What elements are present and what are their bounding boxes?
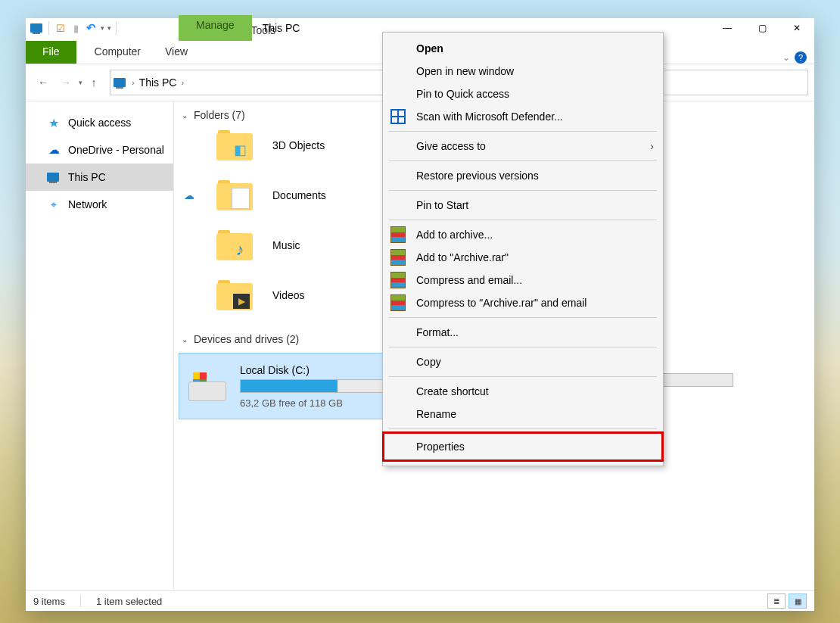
this-pc-icon xyxy=(114,78,126,87)
ctx-label: Add to archive... xyxy=(416,229,493,241)
ctx-label: Give access to xyxy=(416,140,486,152)
undo-control[interactable]: ↶ ▾ xyxy=(84,21,104,35)
ctx-compress-email[interactable]: Compress and email... xyxy=(383,269,663,291)
ctx-create-shortcut[interactable]: Create shortcut xyxy=(383,380,663,403)
folder-icon: ▶ xyxy=(216,280,253,310)
customize-qat-icon[interactable]: ▾ xyxy=(107,24,111,32)
sidebar-item-label: Network xyxy=(68,198,107,210)
tiles-view-button[interactable]: ▦ xyxy=(789,593,807,609)
separator xyxy=(389,160,657,161)
section-title: Folders (7) xyxy=(194,109,245,121)
ctx-add-archive[interactable]: Add to archive... xyxy=(383,223,663,246)
ctx-restore-versions[interactable]: Restore previous versions xyxy=(383,164,663,187)
folder-label: Documents xyxy=(272,189,326,201)
chevron-down-icon: ⌄ xyxy=(182,111,188,120)
minimize-button[interactable]: — xyxy=(710,18,745,38)
cloud-sync-icon: ☁ xyxy=(182,189,197,201)
tab-view[interactable]: View xyxy=(153,41,200,64)
tab-file[interactable]: File xyxy=(26,41,76,64)
close-button[interactable]: ✕ xyxy=(779,18,814,38)
network-icon: ⌖ xyxy=(47,198,61,211)
tab-computer[interactable]: Computer xyxy=(82,41,153,64)
ctx-label: Compress and email... xyxy=(416,274,522,286)
forward-button[interactable]: → xyxy=(54,71,77,94)
winrar-icon xyxy=(390,295,406,310)
ribbon-right: ⌄ ? xyxy=(782,51,814,64)
ctx-pin-start[interactable]: Pin to Start xyxy=(383,194,663,216)
folder-label: Videos xyxy=(272,289,305,301)
separator xyxy=(80,595,81,607)
ctx-add-to-rar[interactable]: Add to "Archive.rar" xyxy=(383,246,663,269)
sidebar-item-quick-access[interactable]: ★ Quick access xyxy=(26,109,173,136)
folder-icon: ◧ xyxy=(216,130,253,160)
chevron-down-icon: ▾ xyxy=(101,24,104,32)
folder-icon xyxy=(216,180,253,210)
separator xyxy=(389,317,657,318)
navigation-pane: ★ Quick access ☁ OneDrive - Personal Thi… xyxy=(26,101,174,590)
contextual-tab-group: Manage xyxy=(179,18,252,38)
details-view-button[interactable]: ≣ xyxy=(767,593,786,609)
sidebar-item-label: OneDrive - Personal xyxy=(68,144,164,156)
separator xyxy=(389,347,657,347)
separator xyxy=(389,131,657,132)
folder-label: Music xyxy=(272,239,300,251)
window-title: This PC xyxy=(263,22,300,34)
quick-access-toolbar: ☑ ▮ ↶ ▾ ▾ xyxy=(26,21,124,35)
ctx-give-access[interactable]: Give access to › xyxy=(383,135,663,157)
sidebar-item-label: Quick access xyxy=(68,117,131,129)
chevron-right-icon[interactable]: › xyxy=(129,78,138,87)
sidebar-item-this-pc[interactable]: This PC xyxy=(26,164,173,191)
sidebar-item-onedrive[interactable]: ☁ OneDrive - Personal xyxy=(26,136,173,164)
folder-label: 3D Objects xyxy=(272,139,325,151)
ctx-pin-quick-access[interactable]: Pin to Quick access xyxy=(383,83,663,105)
chevron-down-icon: ⌄ xyxy=(182,335,188,344)
status-bar: 9 items 1 item selected ≣ ▦ xyxy=(26,590,814,611)
folder-icon: ♪ xyxy=(216,230,253,260)
separator xyxy=(389,376,657,377)
separator xyxy=(389,190,657,191)
drive-icon xyxy=(185,368,228,404)
collapse-ribbon-icon[interactable]: ⌄ xyxy=(782,52,790,63)
window-controls: — ▢ ✕ xyxy=(710,18,814,38)
ctx-format[interactable]: Format... xyxy=(383,321,663,344)
chevron-right-icon[interactable]: › xyxy=(178,78,187,87)
status-selected-count: 1 item selected xyxy=(96,596,162,607)
ctx-open-new-window[interactable]: Open in new window xyxy=(383,60,663,83)
ctx-properties[interactable]: Properties xyxy=(383,432,663,461)
sidebar-item-label: This PC xyxy=(68,171,106,183)
up-button[interactable]: ↑ xyxy=(82,71,105,94)
ctx-scan-defender[interactable]: Scan with Microsoft Defender... xyxy=(383,105,663,128)
this-pc-icon xyxy=(47,170,61,184)
status-item-count: 9 items xyxy=(33,596,65,607)
ctx-rename[interactable]: Rename xyxy=(383,403,663,425)
sidebar-item-network[interactable]: ⌖ Network xyxy=(26,191,173,218)
help-icon[interactable]: ? xyxy=(795,51,807,64)
winrar-icon xyxy=(390,273,406,288)
ctx-label: Add to "Archive.rar" xyxy=(416,251,509,263)
breadcrumb-segment[interactable]: This PC xyxy=(139,76,177,89)
properties-icon[interactable]: ☑ xyxy=(54,21,67,35)
separator xyxy=(116,21,117,35)
manage-tab-header[interactable]: Manage xyxy=(179,15,252,41)
ctx-copy[interactable]: Copy xyxy=(383,350,663,373)
ctx-open[interactable]: Open xyxy=(383,37,663,60)
winrar-icon xyxy=(390,227,406,242)
app-icon xyxy=(30,21,44,35)
section-title: Devices and drives (2) xyxy=(194,333,299,345)
chevron-right-icon: › xyxy=(650,140,654,152)
winrar-icon xyxy=(390,250,406,265)
back-button[interactable]: ← xyxy=(32,71,54,94)
view-toggle: ≣ ▦ xyxy=(767,593,807,609)
cloud-icon: ☁ xyxy=(47,143,61,157)
separator xyxy=(389,220,657,220)
ctx-compress-rar-email[interactable]: Compress to "Archive.rar" and email xyxy=(383,291,663,314)
ctx-label: Scan with Microsoft Defender... xyxy=(416,111,563,123)
separator xyxy=(48,21,49,35)
context-menu: Open Open in new window Pin to Quick acc… xyxy=(382,32,664,466)
separator xyxy=(389,428,657,429)
maximize-button[interactable]: ▢ xyxy=(745,18,779,38)
new-folder-icon[interactable]: ▮ xyxy=(69,21,82,35)
defender-icon xyxy=(390,109,406,124)
explorer-window: ☑ ▮ ↶ ▾ ▾ Manage This PC — ▢ ✕ File Comp… xyxy=(26,18,814,611)
undo-icon: ↶ xyxy=(84,21,98,35)
